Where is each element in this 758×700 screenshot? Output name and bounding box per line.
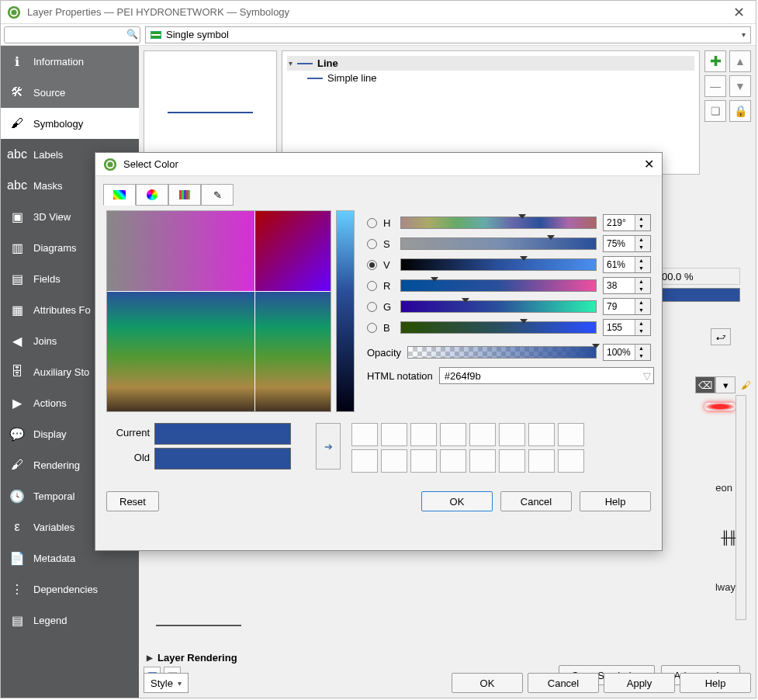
channel-spin-s[interactable]: ▲▼ xyxy=(603,235,651,252)
duplicate-button[interactable]: ❏ xyxy=(704,100,726,122)
expand-icon[interactable]: ▶ xyxy=(147,653,153,662)
spin-down-icon[interactable]: ▼ xyxy=(635,223,647,230)
palette-cell[interactable] xyxy=(351,449,378,473)
channel-slider-s[interactable] xyxy=(400,237,597,250)
cancel-button[interactable]: Cancel xyxy=(528,673,599,693)
tab-swatches[interactable] xyxy=(168,184,201,206)
channel-value-input[interactable] xyxy=(604,257,635,272)
spin-down-icon[interactable]: ▼ xyxy=(635,244,647,251)
window-close-icon[interactable]: ✕ xyxy=(729,4,749,21)
tab-picker[interactable]: ✎ xyxy=(201,184,234,206)
palette-cell[interactable] xyxy=(440,423,466,446)
layer-rendering-section[interactable]: ▶ Layer Rendering xyxy=(147,652,237,664)
opacity-spin-fragment[interactable]: 00.0 % xyxy=(656,268,740,285)
dialog-close-icon[interactable]: ✕ xyxy=(644,157,654,172)
palette-cell[interactable] xyxy=(351,423,378,446)
channel-slider-v[interactable] xyxy=(400,258,597,271)
sidebar-item-symbology[interactable]: 🖌Symbology xyxy=(1,108,139,139)
scrollbar[interactable] xyxy=(736,395,746,620)
palette-cell[interactable] xyxy=(558,423,584,446)
sidebar-item-legend[interactable]: ▤Legend xyxy=(1,605,139,636)
sidebar-item-source[interactable]: 🛠Source xyxy=(1,77,139,108)
opacity-value-input[interactable] xyxy=(604,345,635,360)
help-button[interactable]: Help xyxy=(680,673,751,693)
spin-down-icon[interactable]: ▼ xyxy=(635,327,647,335)
color-bar-fragment[interactable] xyxy=(656,288,740,302)
reset-button[interactable]: Reset xyxy=(106,491,159,511)
dialog-cancel-button[interactable]: Cancel xyxy=(500,491,572,511)
spin-up-icon[interactable]: ▲ xyxy=(635,320,647,327)
paint-icon[interactable]: 🖌 xyxy=(736,376,756,393)
dropdown-icon[interactable]: ▽ xyxy=(643,370,651,382)
remove-symbol-layer-button[interactable]: — xyxy=(704,75,726,97)
dropdown-icon[interactable]: ▾ xyxy=(715,376,736,393)
channel-spin-h[interactable]: ▲▼ xyxy=(603,214,651,231)
dialog-help-button[interactable]: Help xyxy=(580,491,651,511)
channel-spin-b[interactable]: ▲▼ xyxy=(603,319,651,336)
add-to-palette-button[interactable]: ➔ xyxy=(316,423,341,470)
channel-radio-g[interactable] xyxy=(367,302,377,312)
style-menu[interactable]: Style xyxy=(144,673,189,693)
spin-up-icon[interactable]: ▲ xyxy=(635,215,647,223)
move-down-button[interactable]: ▼ xyxy=(729,75,751,97)
opacity-slider[interactable] xyxy=(407,346,597,359)
add-symbol-layer-button[interactable]: ✚ xyxy=(704,50,726,72)
palette-cell[interactable] xyxy=(528,449,555,473)
spin-down-icon[interactable]: ▼ xyxy=(635,286,647,293)
palette-cell[interactable] xyxy=(381,423,407,446)
spin-up-icon[interactable]: ▲ xyxy=(635,257,647,265)
sidebar-item-dependencies[interactable]: ⋮Dependencies xyxy=(1,574,139,605)
tree-row-simple-line[interactable]: Simple line xyxy=(287,71,694,85)
palette-cell[interactable] xyxy=(499,423,525,446)
tab-rgb-picker[interactable] xyxy=(103,184,136,206)
clear-icon[interactable]: ⌫ xyxy=(695,376,715,393)
channel-radio-h[interactable] xyxy=(367,218,377,228)
channel-slider-h[interactable] xyxy=(400,217,597,229)
spin-up-icon[interactable]: ▲ xyxy=(635,299,647,307)
channel-radio-r[interactable] xyxy=(367,281,377,291)
search-input[interactable] xyxy=(4,26,140,43)
channel-value-input[interactable] xyxy=(604,236,635,251)
tree-collapse-icon[interactable]: ▾ xyxy=(289,59,292,68)
dialog-ok-button[interactable]: OK xyxy=(421,491,493,511)
html-notation-input[interactable] xyxy=(439,367,654,384)
channel-value-input[interactable] xyxy=(604,299,635,314)
spin-up-icon[interactable]: ▲ xyxy=(635,236,647,244)
channel-spin-v[interactable]: ▲▼ xyxy=(603,256,651,273)
channel-radio-v[interactable] xyxy=(367,260,377,270)
channel-value-input[interactable] xyxy=(604,278,635,293)
hue-slider[interactable] xyxy=(336,210,355,412)
channel-slider-r[interactable] xyxy=(400,279,597,292)
palette-cell[interactable] xyxy=(440,449,466,473)
palette-cell[interactable] xyxy=(499,449,525,473)
palette-cell[interactable] xyxy=(558,449,584,473)
spin-down-icon[interactable]: ▼ xyxy=(635,265,647,272)
channel-slider-g[interactable] xyxy=(400,300,597,313)
palette-cell[interactable] xyxy=(469,449,496,473)
channel-spin-g[interactable]: ▲▼ xyxy=(603,298,651,315)
palette-cell[interactable] xyxy=(410,423,437,446)
tab-wheel[interactable] xyxy=(136,184,168,206)
spin-up-icon[interactable]: ▲ xyxy=(635,278,647,286)
lock-button[interactable]: 🔒 xyxy=(729,100,751,122)
move-up-button[interactable]: ▲ xyxy=(729,50,751,72)
opacity-spin[interactable]: ▲▼ xyxy=(603,344,651,361)
expression-button[interactable]: ⮐ xyxy=(711,328,731,345)
channel-spin-r[interactable]: ▲▼ xyxy=(603,277,651,294)
sidebar-item-information[interactable]: ℹInformation xyxy=(1,46,139,77)
channel-slider-b[interactable] xyxy=(400,321,597,334)
palette-cell[interactable] xyxy=(469,423,496,446)
color-field[interactable] xyxy=(106,210,331,412)
palette-cell[interactable] xyxy=(528,423,555,446)
symbol-mode-selector[interactable]: Single symbol xyxy=(145,26,751,43)
tree-row-line[interactable]: ▾ Line xyxy=(287,56,694,71)
apply-button[interactable]: Apply xyxy=(604,673,675,693)
ok-button[interactable]: OK xyxy=(452,673,523,693)
channel-radio-s[interactable] xyxy=(367,239,377,249)
spin-down-icon[interactable]: ▼ xyxy=(635,307,647,314)
channel-value-input[interactable] xyxy=(604,215,635,230)
palette-cell[interactable] xyxy=(410,449,437,473)
channel-value-input[interactable] xyxy=(604,320,635,335)
channel-radio-b[interactable] xyxy=(367,323,377,333)
palette-cell[interactable] xyxy=(381,449,407,473)
